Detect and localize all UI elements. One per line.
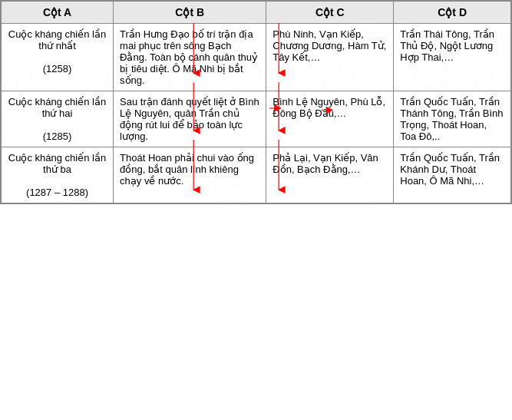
row2-col-a: Cuộc kháng chiến lần thứ hai(1285) [2,91,114,147]
row1-col-b-text: Trần Hưng Đạo bố trí trận địa mai phục t… [120,28,258,86]
header-col-d: Cột D [394,2,511,24]
row1-col-d: Trần Thái Tông, Trần Thủ Độ, Ngột Lương … [394,24,511,91]
row3-col-a-text: Cuộc kháng chiến lần thứ ba(1287 – 1288) [8,152,106,198]
row3-col-a: Cuộc kháng chiến lần thứ ba(1287 – 1288) [2,147,114,203]
header-row: Cột A Cột B Cột C Cột D [2,2,511,24]
table-row: Cuộc kháng chiến lần thứ ba(1287 – 1288)… [2,147,511,203]
row2-col-d-text: Trần Quốc Tuấn, Trần Thánh Tông, Trần Bì… [400,96,503,142]
main-table-wrapper: Cột A Cột B Cột C Cột D Cuộc kháng chiến… [0,0,512,204]
row1-col-c: Phù Ninh, Vạn Kiếp, Chương Dương, Hàm Tử… [266,24,394,91]
row3-col-c: Phả Lại, Vạn Kiếp, Vân Đồn, Bạch Đằng,… [266,147,394,203]
row3-col-c-text: Phả Lại, Vạn Kiếp, Vân Đồn, Bạch Đằng,… [273,152,378,175]
row1-col-d-text: Trần Thái Tông, Trần Thủ Độ, Ngột Lương … [400,28,494,63]
row2-col-c-text: Bình Lệ Nguyên, Phù Lỗ, Đông Bộ Đầu,… [273,96,385,119]
row3-col-b: Thoát Hoan phải chui vào ống đồng, bắt q… [114,147,266,203]
row2-col-b: Sau trận đánh quyết liệt ở Bình Lệ Nguyê… [114,91,266,147]
row3-col-d-text: Trần Quốc Tuấn, Trần Khánh Dư, Thoát Hoa… [400,152,500,187]
header-col-b: Cột B [114,2,266,24]
row2-col-b-text: Sau trận đánh quyết liệt ở Bình Lệ Nguyê… [120,96,259,142]
row1-col-a: Cuộc kháng chiến lần thứ nhất(1258) [2,24,114,91]
row2-col-d: Trần Quốc Tuấn, Trần Thánh Tông, Trần Bì… [394,91,511,147]
row2-col-c: Bình Lệ Nguyên, Phù Lỗ, Đông Bộ Đầu,… [266,91,394,147]
table-row: Cuộc kháng chiến lần thứ hai(1285) Sau t… [2,91,511,147]
main-table: Cột A Cột B Cột C Cột D Cuộc kháng chiến… [1,1,511,203]
row1-col-b: Trần Hưng Đạo bố trí trận địa mai phục t… [114,24,266,91]
row2-col-a-text: Cuộc kháng chiến lần thứ hai(1285) [8,96,106,142]
row1-col-c-text: Phù Ninh, Vạn Kiếp, Chương Dương, Hàm Tử… [273,28,386,63]
row1-col-a-text: Cuộc kháng chiến lần thứ nhất(1258) [8,28,106,74]
header-col-c: Cột C [266,2,394,24]
row3-col-b-text: Thoát Hoan phải chui vào ống đồng, bắt q… [120,152,254,187]
row3-col-d: Trần Quốc Tuấn, Trần Khánh Dư, Thoát Hoa… [394,147,511,203]
header-col-a: Cột A [2,2,114,24]
table-row: Cuộc kháng chiến lần thứ nhất(1258) Trần… [2,24,511,91]
